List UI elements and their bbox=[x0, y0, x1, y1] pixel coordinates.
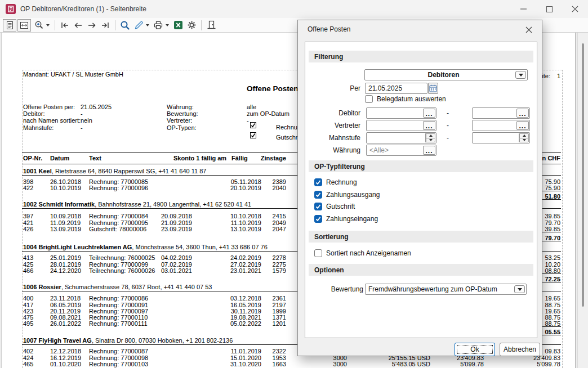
mahnstufe-to-input[interactable] bbox=[472, 132, 530, 143]
checkbox-checked-icon[interactable] bbox=[314, 203, 322, 210]
spinner-up-icon[interactable] bbox=[519, 133, 529, 138]
op-type-label: Zahlungseingang bbox=[326, 215, 378, 223]
waehrung-input[interactable]: <Alle> ... bbox=[366, 145, 436, 156]
op-type-zahlungsausgang-checkbox[interactable]: Zahlungsausgang bbox=[314, 191, 380, 199]
waehrung-label: Währung bbox=[305, 145, 360, 156]
report-column-header: Datum bbox=[50, 155, 69, 161]
scrollbar-thumb[interactable] bbox=[582, 43, 584, 307]
last-page-button[interactable] bbox=[99, 19, 112, 32]
report-group-header: 1002 Schmidt Informatik, Bahnhofstrasse … bbox=[23, 201, 251, 208]
report-cell-datum: 12.12.2018 bbox=[50, 348, 81, 354]
debitor-label: Debitor bbox=[305, 107, 360, 119]
page-view-button[interactable] bbox=[3, 19, 16, 32]
belegdatum-checkbox[interactable]: Belegdatum auswerten bbox=[365, 95, 446, 103]
spinner-down-icon[interactable] bbox=[519, 138, 529, 143]
spinner-up-icon[interactable] bbox=[426, 133, 435, 138]
excel-export-icon[interactable] bbox=[171, 19, 185, 32]
vertical-scrollbar[interactable] bbox=[577, 33, 588, 368]
page-margin-right-guide bbox=[562, 70, 563, 368]
browse-button[interactable]: ... bbox=[423, 109, 435, 118]
chevron-down-icon[interactable] bbox=[514, 285, 525, 293]
vertreter-to-input[interactable]: ... bbox=[472, 120, 530, 131]
next-page-button[interactable] bbox=[85, 19, 99, 32]
report-meta-value: - bbox=[81, 110, 83, 117]
previous-page-button[interactable] bbox=[72, 19, 85, 32]
report-meta-value: - bbox=[247, 117, 249, 124]
debitor-from-input[interactable]: ... bbox=[366, 107, 436, 119]
op-type-label: Rechnung bbox=[326, 178, 357, 186]
first-page-button[interactable] bbox=[58, 19, 72, 32]
bewertung-combobox[interactable]: Fremdwährungsbewertung zum OP-Datum bbox=[365, 284, 527, 295]
per-date-input[interactable]: 21.05.2025 bbox=[365, 83, 427, 94]
report-cell-zinstage: 2415 bbox=[162, 213, 286, 219]
offene-posten-dialog: Offene Posten Filterung Debitoren Per 21… bbox=[297, 20, 542, 356]
chevron-down-icon[interactable] bbox=[515, 71, 526, 79]
report-cell-opnr: 426 bbox=[23, 226, 33, 232]
report-group-header: 1001 Keel, Rietstrasse 64, 8640 Rappersw… bbox=[23, 168, 206, 174]
dialog-content-panel: Filterung Debitoren Per 21.05.2025 Beleg… bbox=[305, 42, 537, 338]
browse-button[interactable]: ... bbox=[423, 146, 435, 155]
op-type-rechnung-checkbox[interactable]: Rechnung bbox=[314, 178, 357, 186]
sort-checkbox-label: Sortiert nach Anzeigenamen bbox=[326, 249, 411, 257]
report-title: Offene Posten bbox=[247, 84, 299, 93]
op-type-label: Zahlungsausgang bbox=[326, 191, 380, 199]
section-filterung-label: Filterung bbox=[314, 53, 343, 61]
range-separator: - bbox=[445, 107, 451, 119]
report-cell-zinstage: 2322 bbox=[162, 348, 286, 354]
report-cell-zinstage: 2278 bbox=[162, 254, 286, 261]
bewertung-value: Fremdwährungsbewertung zum OP-Datum bbox=[368, 285, 526, 293]
section-sortierung-label: Sortierung bbox=[314, 233, 349, 241]
report-cell-zinstage: 2040 bbox=[162, 185, 286, 191]
section-optionen: Optionen bbox=[309, 264, 533, 276]
report-cell-opnr: 422 bbox=[23, 185, 33, 191]
browse-button[interactable]: ... bbox=[516, 121, 529, 130]
checkbox-checked-icon[interactable] bbox=[314, 215, 322, 223]
spinner-down-icon[interactable] bbox=[426, 138, 435, 143]
toolbar-separator bbox=[115, 20, 115, 30]
browse-button[interactable]: ... bbox=[516, 109, 529, 118]
mahnstufe-from-input[interactable] bbox=[366, 132, 436, 143]
checkbox-checked-icon[interactable] bbox=[314, 191, 322, 199]
window-controls bbox=[510, 0, 588, 18]
report-cell-opnr: 413 bbox=[23, 254, 33, 261]
report-meta-label: Bewertung: bbox=[167, 110, 198, 117]
report-meta-label: Mahnstufe: bbox=[23, 124, 54, 131]
minimize-button[interactable] bbox=[510, 0, 536, 18]
settings-gear-icon[interactable] bbox=[185, 19, 198, 32]
report-cell-opnr: 397 bbox=[23, 213, 33, 219]
report-meta-label: nach Namen sortiert: bbox=[23, 117, 81, 124]
zoom-icon[interactable] bbox=[32, 19, 46, 32]
sort-checkbox[interactable]: Sortiert nach Anzeigenamen bbox=[314, 249, 411, 257]
spinner[interactable] bbox=[519, 133, 529, 142]
checkbox-checked-icon[interactable] bbox=[314, 178, 322, 186]
toolbar-separator bbox=[201, 20, 202, 30]
report-meta-label: OP-Typen: bbox=[167, 124, 197, 131]
search-icon[interactable] bbox=[118, 19, 132, 32]
close-preview-door-icon[interactable] bbox=[204, 19, 218, 32]
type-combobox[interactable]: Debitoren bbox=[364, 69, 528, 80]
debitor-to-input[interactable]: ... bbox=[472, 107, 530, 119]
maximize-button[interactable] bbox=[536, 0, 562, 18]
report-checkbox-checked-icon bbox=[250, 122, 256, 128]
print-dropdown-caret[interactable] bbox=[166, 24, 169, 26]
browse-button[interactable]: ... bbox=[423, 121, 435, 130]
calendar-icon[interactable] bbox=[428, 83, 438, 94]
edit-pencil-icon[interactable] bbox=[132, 19, 145, 32]
vertreter-from-input[interactable]: ... bbox=[366, 120, 436, 131]
report-cell-opnr: 400 bbox=[23, 295, 33, 302]
zoom-dropdown-caret[interactable] bbox=[46, 24, 50, 26]
edit-dropdown-caret[interactable] bbox=[146, 24, 149, 26]
report-column-header: Text bbox=[89, 155, 101, 161]
checkbox-icon[interactable] bbox=[314, 249, 322, 257]
cancel-button[interactable]: Abbrechen bbox=[500, 343, 540, 356]
checkbox-icon[interactable] bbox=[365, 95, 373, 103]
page-width-button[interactable] bbox=[17, 19, 31, 32]
print-icon[interactable] bbox=[152, 19, 165, 32]
op-type-zahlungseingang-checkbox[interactable]: Zahlungseingang bbox=[314, 215, 378, 223]
ok-button[interactable]: Ok bbox=[455, 343, 495, 356]
spinner[interactable] bbox=[425, 133, 435, 142]
close-window-button[interactable] bbox=[562, 0, 588, 18]
waehrung-value: <Alle> bbox=[369, 146, 389, 154]
op-type-gutschrift-checkbox[interactable]: Gutschrift bbox=[314, 203, 355, 210]
dialog-close-icon[interactable] bbox=[520, 23, 537, 37]
